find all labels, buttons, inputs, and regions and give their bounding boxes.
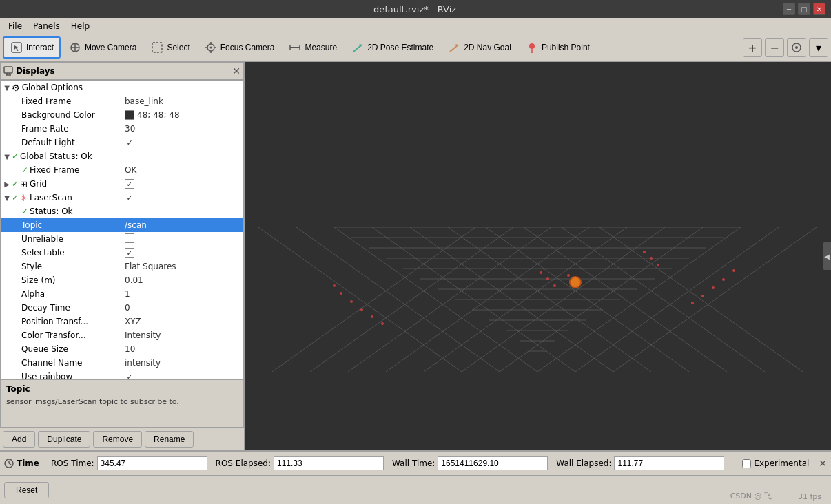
tree-arrow-grid[interactable]: ▶: [2, 180, 12, 188]
grid-checkbox[interactable]: [125, 179, 134, 189]
tree-item-selectable[interactable]: Selectable: [1, 246, 243, 260]
displays-close-button[interactable]: ✕: [232, 65, 240, 76]
status-bar: Reset CSDN @ 飞 31 fps: [0, 475, 831, 504]
grid-value: [125, 179, 242, 189]
ros-elapsed-input[interactable]: [274, 456, 384, 470]
close-button[interactable]: ✕: [813, 3, 825, 15]
wall-time-input[interactable]: [438, 456, 548, 470]
tree-item-global-status[interactable]: ▼ ✓ Global Status: Ok: [1, 149, 243, 163]
menu-panels[interactable]: Panels: [28, 20, 65, 32]
status-ok-check: ✓: [21, 207, 28, 216]
wall-elapsed-label: Wall Elapsed:: [556, 459, 611, 468]
alpha-value: 1: [125, 289, 242, 299]
2d-pose-tool-button[interactable]: 2D Pose Estimate: [345, 36, 440, 59]
focus-camera-tool-button[interactable]: Focus Camera: [198, 36, 281, 59]
camera-button[interactable]: [787, 38, 806, 57]
selectable-value: [125, 248, 242, 258]
tree-item-global-options[interactable]: ▼ ⚙ Global Options: [1, 81, 243, 94]
unreliable-checkbox[interactable]: [125, 233, 134, 243]
background-color-label: Background Color: [21, 110, 125, 120]
rename-button[interactable]: Rename: [145, 431, 194, 448]
tree-item-channel-name[interactable]: Channel Name intensity: [1, 356, 243, 370]
tree-item-style[interactable]: Style Flat Squares: [1, 260, 243, 273]
tree-item-default-light[interactable]: Default Light: [1, 136, 243, 149]
tree-item-status-ok[interactable]: ✓ Status: Ok: [1, 204, 243, 218]
wall-elapsed-field: Wall Elapsed:: [556, 456, 724, 470]
2d-pose-icon: [351, 41, 365, 54]
remove-button[interactable]: Remove: [93, 431, 142, 448]
tree-item-grid[interactable]: ▶ ✓ ⊞ Grid: [1, 177, 243, 191]
publish-point-tool-button[interactable]: Publish Point: [519, 36, 596, 59]
tree-item-frame-rate[interactable]: Frame Rate 30: [1, 122, 243, 136]
focus-camera-label: Focus Camera: [220, 43, 275, 52]
tree-arrow-laser-scan[interactable]: ▼: [2, 194, 12, 202]
tree-item-unreliable[interactable]: Unreliable: [1, 232, 243, 246]
select-tool-button[interactable]: Select: [144, 36, 196, 59]
maximize-button[interactable]: □: [798, 3, 810, 15]
remove-display-button[interactable]: −: [765, 38, 784, 57]
svg-point-64: [333, 284, 336, 287]
viewport-right-collapse[interactable]: ◀: [823, 242, 831, 270]
frame-rate-value: 30: [125, 124, 242, 134]
svg-point-67: [712, 286, 715, 289]
tree-item-decay-time[interactable]: Decay Time 0: [1, 301, 243, 315]
3d-viewport[interactable]: ◀: [245, 62, 831, 450]
selectable-checkbox[interactable]: [125, 248, 134, 258]
use-rainbow-value: [125, 372, 242, 379]
measure-tool-button[interactable]: Measure: [282, 36, 343, 59]
2d-nav-tool-button[interactable]: 2D Nav Goal: [441, 36, 517, 59]
position-transf-label: Position Transf...: [21, 317, 125, 326]
displays-tree[interactable]: ▼ ⚙ Global Options Fixed Frame base_link…: [0, 80, 244, 379]
tree-arrow-global-options[interactable]: ▼: [2, 84, 12, 92]
add-display-button[interactable]: +: [743, 38, 762, 57]
interact-label: Interact: [26, 43, 54, 52]
tree-item-queue-size[interactable]: Queue Size 10: [1, 342, 243, 356]
svg-point-68: [722, 278, 725, 281]
tree-item-position-transf[interactable]: Position Transf... XYZ: [1, 315, 243, 328]
add-button[interactable]: Add: [3, 431, 35, 448]
minimize-button[interactable]: ─: [783, 3, 795, 15]
dropdown-button[interactable]: ▾: [809, 38, 828, 57]
ros-time-input[interactable]: [97, 456, 207, 470]
tree-item-fixed-frame[interactable]: Fixed Frame base_link: [1, 94, 243, 108]
default-light-checkbox[interactable]: [125, 138, 134, 147]
svg-point-59: [381, 322, 384, 325]
menu-help[interactable]: Help: [65, 20, 95, 32]
status-ok-label: Status: Ok: [30, 207, 242, 216]
default-light-label: Default Light: [21, 138, 125, 147]
time-panel-close-button[interactable]: ✕: [819, 458, 827, 469]
experimental-field: Experimental: [742, 459, 809, 468]
interact-tool-button[interactable]: Interact: [3, 36, 61, 59]
move-camera-tool-button[interactable]: Move Camera: [62, 36, 143, 59]
tree-item-color-transfor[interactable]: Color Transfor... Intensity: [1, 328, 243, 342]
channel-name-label: Channel Name: [21, 358, 125, 368]
tree-item-laser-scan[interactable]: ▼ ✓ ✳ LaserScan: [1, 191, 243, 204]
experimental-checkbox[interactable]: [742, 459, 751, 468]
tree-item-use-rainbow[interactable]: Use rainbow: [1, 370, 243, 379]
laser-scan-checkbox[interactable]: [125, 193, 134, 202]
topic-value: /scan: [125, 220, 242, 230]
svg-rect-21: [4, 67, 12, 73]
size-m-label: Size (m): [21, 275, 125, 285]
displays-header: Displays ✕: [0, 62, 244, 80]
reset-button[interactable]: Reset: [4, 482, 49, 498]
wall-elapsed-input[interactable]: [614, 456, 724, 470]
tree-item-topic[interactable]: Topic /scan: [1, 218, 243, 232]
alpha-label: Alpha: [21, 289, 125, 299]
svg-point-20: [795, 46, 798, 49]
tree-item-alpha[interactable]: Alpha 1: [1, 287, 243, 301]
window-controls[interactable]: ─ □ ✕: [783, 3, 825, 15]
2d-nav-icon: [447, 41, 461, 54]
tree-arrow-global-status[interactable]: ▼: [2, 153, 12, 160]
svg-point-71: [650, 257, 653, 260]
menu-file[interactable]: File: [3, 20, 28, 32]
svg-point-70: [657, 264, 659, 266]
tooltip-text: sensor_msgs/LaserScan topic to subscribe…: [6, 397, 238, 407]
tree-item-background-color[interactable]: Background Color 48; 48; 48: [1, 108, 243, 122]
position-transf-value: XYZ: [125, 317, 242, 326]
size-m-value: 0.01: [125, 275, 242, 285]
tree-item-size-m[interactable]: Size (m) 0.01: [1, 273, 243, 287]
use-rainbow-checkbox[interactable]: [125, 372, 134, 379]
duplicate-button[interactable]: Duplicate: [38, 431, 90, 448]
tree-item-fixed-frame-status[interactable]: ✓ Fixed Frame OK: [1, 163, 243, 177]
